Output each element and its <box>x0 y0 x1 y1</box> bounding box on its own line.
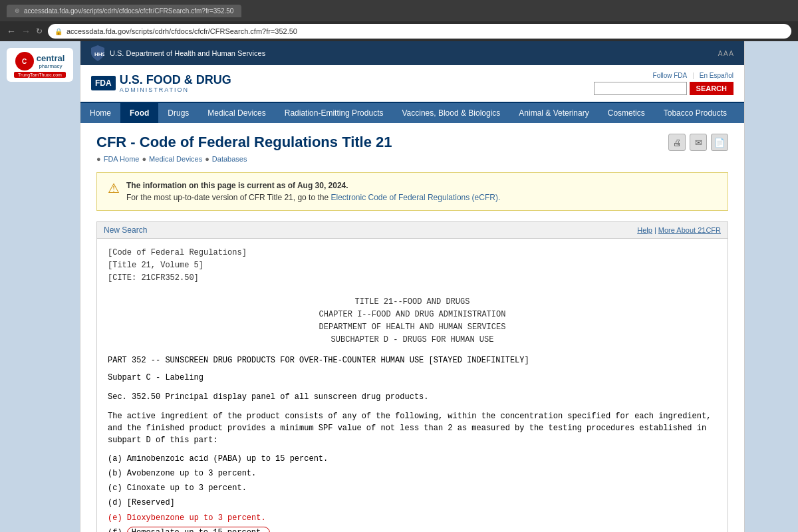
print-icon[interactable]: 🖨 <box>668 134 686 151</box>
code-content: [Code of Federal Regulations] [Title 21,… <box>97 239 728 532</box>
forward-icon[interactable]: → <box>21 26 31 37</box>
notice-bold-text: The information on this page is current … <box>126 181 348 190</box>
svg-text:HHS: HHS <box>94 51 104 57</box>
logo-sub: pharmacy <box>37 63 65 69</box>
download-icon[interactable]: 📄 <box>711 134 728 151</box>
logo-name: central <box>37 53 65 63</box>
code-item-f: (f) Homosalate up to 15 percent. <box>108 527 717 532</box>
breadcrumb-databases[interactable]: Databases <box>212 155 247 163</box>
search-area: New Search Help | More About 21CFR [Code… <box>96 221 728 532</box>
fda-search-button[interactable]: SEARCH <box>690 82 733 95</box>
fda-badge: FDA <box>91 76 116 90</box>
font-size-aa: A A A <box>718 50 733 57</box>
warning-icon: ⚠ <box>108 180 120 196</box>
code-subpart-line: Subpart C - Labeling <box>108 372 717 384</box>
code-header: [Code of Federal Regulations] [Title 21,… <box>108 247 717 285</box>
reload-icon[interactable]: ↻ <box>36 27 43 36</box>
back-icon[interactable]: ← <box>7 26 16 37</box>
item-text-a: Aminobenzoic acid (PABA) up to 15 percen… <box>127 454 328 464</box>
breadcrumb-dot-3: ● <box>205 155 209 163</box>
nav-drugs[interactable]: Drugs <box>158 103 198 123</box>
tab-url-label: accessdata.fda.gov/scripts/cdrh/cfdocs/c… <box>24 7 233 15</box>
secure-icon: 🔒 <box>55 28 63 35</box>
fda-header: FDA U.S. FOOD & DRUG ADMINISTRATION Foll… <box>80 65 744 103</box>
help-links: Help | More About 21CFR <box>637 226 721 234</box>
code-title-block: TITLE 21--FOOD AND DRUGS CHAPTER I--FOOD… <box>108 296 717 347</box>
fda-navigation: Home Food Drugs Medical Devices Radiatio… <box>80 103 744 123</box>
code-item-c: (c) Cinoxate up to 3 percent. <box>108 482 717 495</box>
item-text-d: [Reserved] <box>127 498 175 507</box>
item-id-c: (c) <box>108 483 122 493</box>
nav-home[interactable]: Home <box>80 103 120 123</box>
item-id-e: (e) <box>108 513 122 523</box>
address-bar[interactable]: 🔒 accessdata.fda.gov/scripts/cdrh/cfdocs… <box>48 24 791 39</box>
page-title: CFR - Code of Federal Regulations Title … <box>96 134 392 151</box>
nav-medical-devices[interactable]: Medical Devices <box>198 103 275 123</box>
browser-tab-bar: ⊕ accessdata.fda.gov/scripts/cdrh/cfdocs… <box>7 5 241 17</box>
left-sidebar: C central pharmacy TrungTamThuoc.com <box>0 41 80 532</box>
follow-fda-link[interactable]: Follow FDA <box>653 72 688 79</box>
hhs-label: U.S. Department of Health and Human Serv… <box>110 49 265 57</box>
logo-letter: C <box>22 58 27 65</box>
item-id-f: (f) <box>108 528 122 532</box>
code-item-b: (b) Avobenzone up to 3 percent. <box>108 467 717 480</box>
help-link[interactable]: Help <box>637 226 652 234</box>
notice-normal-text: For the most up-to-date version of CFR T… <box>126 193 329 202</box>
page-title-area: CFR - Code of Federal Regulations Title … <box>96 134 392 172</box>
search-bar-row: New Search Help | More About 21CFR <box>97 222 728 239</box>
code-title-line-2: CHAPTER I--FOOD AND DRUG ADMINISTRATION <box>108 309 717 321</box>
logo-tagline: TrungTamThuoc.com <box>14 72 66 78</box>
code-title-line-4: SUBCHAPTER D - DRUGS FOR HUMAN USE <box>108 334 717 346</box>
main-area: C central pharmacy TrungTamThuoc.com HHS… <box>0 41 798 532</box>
espanol-link[interactable]: En Español <box>700 72 733 79</box>
nav-cosmetics[interactable]: Cosmetics <box>598 103 654 123</box>
item-text-c: Cinoxate up to 3 percent. <box>127 483 247 493</box>
code-item-a: (a) Aminobenzoic acid (PABA) up to 15 pe… <box>108 453 717 466</box>
item-id-b: (b) <box>108 469 122 478</box>
code-item-d: (d) [Reserved] <box>108 497 717 509</box>
code-item-e: (e) Dioxybenzone up to 3 percent. <box>108 512 717 525</box>
code-title-line-3: DEPARTMENT OF HEALTH AND HUMAN SERVICES <box>108 321 717 334</box>
nav-tobacco[interactable]: Tobacco Products <box>654 103 736 123</box>
code-sec-line: Sec. 352.50 Principal display panel of a… <box>108 391 717 404</box>
item-id-d: (d) <box>108 498 122 507</box>
nav-vaccines[interactable]: Vaccines, Blood & Biologics <box>392 103 509 123</box>
code-title-line-1: TITLE 21--FOOD AND DRUGS <box>108 296 717 309</box>
nav-food[interactable]: Food <box>120 103 158 123</box>
ecfr-link[interactable]: Electronic Code of Federal Regulations (… <box>331 193 501 202</box>
email-icon[interactable]: ✉ <box>690 134 707 151</box>
new-search-link[interactable]: New Search <box>104 225 147 235</box>
separator: | <box>692 72 694 79</box>
fda-search-input[interactable] <box>594 82 687 95</box>
item-id-a: (a) <box>108 454 122 464</box>
logo-text-area: central pharmacy <box>37 53 65 69</box>
item-text-f: Homosalate up to 15 percent. <box>132 528 266 532</box>
fda-container: HHS U.S. Department of Health and Human … <box>80 41 745 532</box>
url-text: accessdata.fda.gov/scripts/cdrh/cfdocs/c… <box>66 27 297 35</box>
right-sidebar <box>745 41 798 532</box>
breadcrumb-medical-devices[interactable]: Medical Devices <box>149 155 202 163</box>
nav-animal[interactable]: Animal & Veterinary <box>509 103 598 123</box>
fda-logo-area: FDA U.S. FOOD & DRUG ADMINISTRATION <box>91 74 231 94</box>
item-text-e: Dioxybenzone up to 3 percent. <box>127 513 266 523</box>
fda-search-area: Follow FDA | En Español SEARCH <box>594 72 733 95</box>
more-21cfr-link[interactable]: More About 21CFR <box>658 226 721 234</box>
fda-title: U.S. FOOD & DRUG ADMINISTRATION <box>120 74 231 94</box>
breadcrumb: ● FDA Home ● Medical Devices ● Databases <box>96 155 392 163</box>
logo-top: C central pharmacy <box>15 52 65 70</box>
logo-circle: C <box>15 52 34 70</box>
hhs-top-bar: HHS U.S. Department of Health and Human … <box>80 41 744 65</box>
address-bar-row: ← → ↻ 🔒 accessdata.fda.gov/scripts/cdrh/… <box>0 21 798 41</box>
fda-search-links: Follow FDA | En Español <box>653 72 733 79</box>
code-header-line-2: [Title 21, Volume 5] <box>108 259 717 272</box>
fda-search-row: SEARCH <box>594 82 733 95</box>
nav-radiation[interactable]: Radiation-Emitting Products <box>275 103 393 123</box>
breadcrumb-dot-2: ● <box>142 155 146 163</box>
code-header-line-3: [CITE: 21CFR352.50] <box>108 272 717 285</box>
browser-chrome: ⊕ accessdata.fda.gov/scripts/cdrh/cfdocs… <box>0 0 798 21</box>
active-tab[interactable]: ⊕ accessdata.fda.gov/scripts/cdrh/cfdocs… <box>7 5 241 17</box>
code-part-line: PART 352 -- SUNSCREEN DRUG PRODUCTS FOR … <box>108 354 717 367</box>
notice-box: ⚠ The information on this page is curren… <box>96 172 728 211</box>
code-body-text: The active ingredient of the product con… <box>108 410 717 446</box>
breadcrumb-fda-home[interactable]: FDA Home <box>104 155 140 163</box>
